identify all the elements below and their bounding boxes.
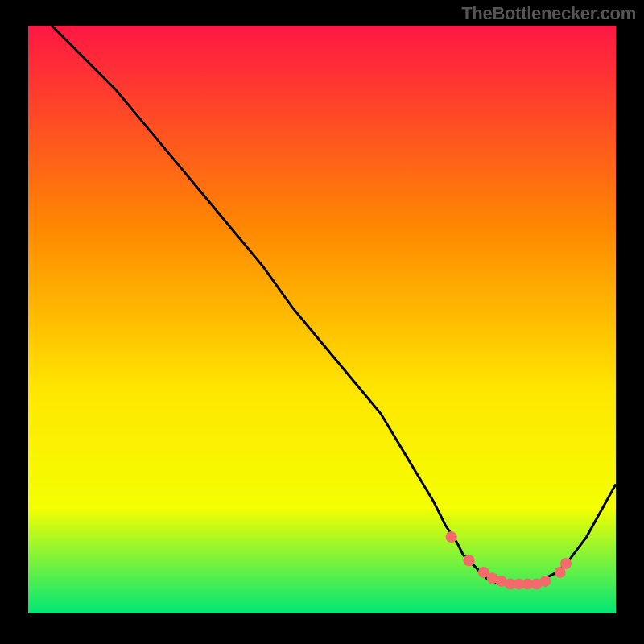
chart-frame: TheBottlenecker.com	[0, 0, 644, 644]
chart-svg	[28, 26, 616, 613]
highlight-dot	[539, 576, 551, 587]
chart-plot-area	[28, 26, 616, 613]
gradient-background	[28, 26, 616, 613]
highlight-dot	[446, 531, 457, 543]
highlight-dot	[560, 558, 572, 569]
watermark-text: TheBottlenecker.com	[461, 3, 636, 24]
highlight-dot	[464, 555, 475, 566]
